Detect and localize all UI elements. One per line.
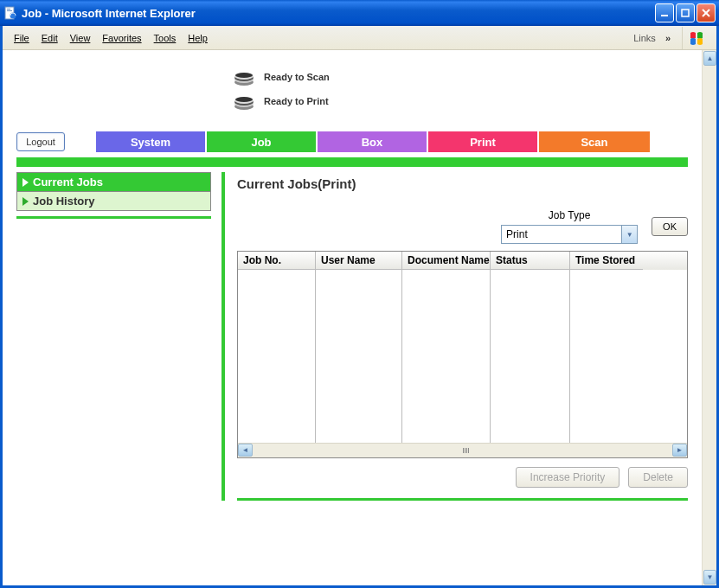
scroll-left-icon[interactable]: ◄ [238,444,253,457]
sidebar: Current Jobs Job History [16,172,211,501]
scroll-right-icon[interactable]: ► [672,444,687,457]
tab-scan[interactable]: Scan [539,131,650,152]
chevron-down-icon[interactable]: ▼ [622,225,638,244]
table-body [238,270,687,443]
close-button[interactable] [697,3,716,22]
svg-point-12 [235,73,253,78]
menubar: File Edit View Favorites Tools Help Link… [3,26,716,50]
tab-box[interactable]: Box [318,131,428,152]
svg-rect-5 [682,10,689,16]
tab-job[interactable]: Job [207,131,318,152]
svg-point-17 [235,97,253,102]
col-job-no[interactable]: Job No. [238,252,316,270]
menu-favorites[interactable]: Favorites [96,30,147,46]
links-label[interactable]: Links [630,31,659,45]
minimize-button[interactable] [655,3,674,22]
col-user-name[interactable]: User Name [316,252,402,270]
accent-bar [16,157,688,167]
ok-button[interactable]: OK [652,217,688,236]
menu-tools[interactable]: Tools [148,30,183,46]
window-title: Job - Microsoft Internet Explorer [22,7,655,20]
svg-rect-4 [661,15,668,16]
sidebar-item-label: Job History [33,195,95,208]
ie-page-icon [3,6,17,20]
device-status: Ready to Scan Ready to Print [233,67,688,111]
menu-edit[interactable]: Edit [35,30,64,46]
menu-file[interactable]: File [8,30,35,46]
main-pane: Current Jobs(Print) Job Type Print ▼ O [221,172,688,501]
table-header-row: Job No. User Name Document Name Status T… [238,252,687,270]
col-time-stored[interactable]: Time Stored [570,252,643,270]
windows-flag-icon [689,29,706,47]
pane-title: Current Jobs(Print) [237,172,688,195]
col-document-name[interactable]: Document Name [402,252,491,270]
scan-status-text: Ready to Scan [264,72,330,82]
sidebar-item-current-jobs[interactable]: Current Jobs [16,172,211,192]
nav-tabs: System Job Box Print Scan [96,131,650,152]
jobtype-value: Print [506,228,528,240]
col-status[interactable]: Status [491,252,570,270]
logout-button[interactable]: Logout [16,132,65,151]
triangle-right-icon [22,178,29,187]
jobtype-label: Job Type [549,209,590,221]
sidebar-item-job-history[interactable]: Job History [16,192,211,211]
svg-rect-1 [7,9,10,10]
vertical-scrollbar[interactable]: ▲ ▼ [702,50,716,585]
page-content: Ready to Scan Ready to Print Logout Syst… [3,50,702,585]
horizontal-scrollbar[interactable]: ◄ ► [238,443,687,457]
titlebar: Job - Microsoft Internet Explorer [0,0,719,26]
menu-view[interactable]: View [64,30,97,46]
triangle-right-icon [22,197,29,206]
scroll-down-icon[interactable]: ▼ [703,570,716,585]
main-underline [237,498,688,501]
increase-priority-button[interactable]: Increase Priority [516,467,620,488]
tab-print[interactable]: Print [428,131,539,152]
svg-rect-2 [7,10,12,11]
printer-icon [233,92,255,111]
window-buttons [655,3,716,22]
jobtype-select[interactable]: Print [501,225,622,244]
links-expand-icon[interactable]: » [663,32,673,44]
scanner-icon [233,67,255,86]
jobs-table: Job No. User Name Document Name Status T… [237,251,688,458]
print-status-text: Ready to Print [264,96,329,106]
delete-button[interactable]: Delete [628,467,688,488]
maximize-button[interactable] [676,3,695,22]
sidebar-underline [16,216,211,219]
window-inner: File Edit View Favorites Tools Help Link… [0,26,719,588]
sidebar-item-label: Current Jobs [33,176,103,189]
menu-help[interactable]: Help [182,30,214,46]
tab-system[interactable]: System [96,131,207,152]
scroll-up-icon[interactable]: ▲ [703,51,716,66]
